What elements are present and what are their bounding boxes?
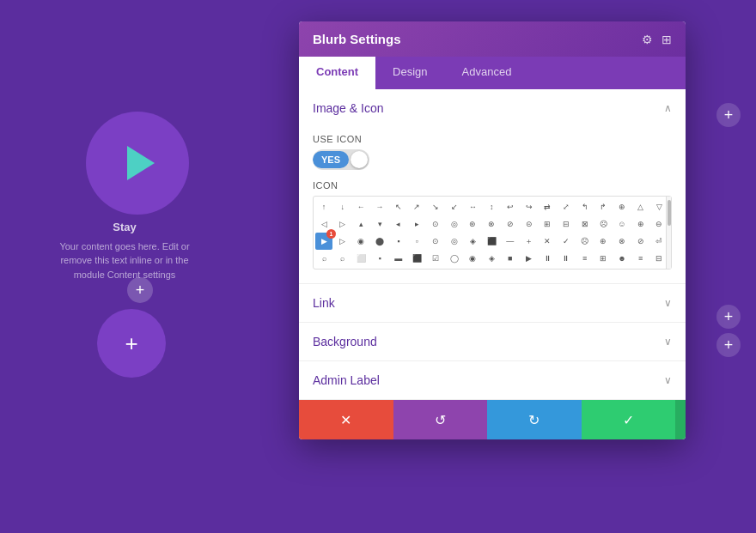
cancel-button[interactable]: ✕ [299, 400, 393, 439]
icon-cell[interactable]: ✓ [558, 233, 575, 250]
icon-cell[interactable]: ≡ [576, 250, 594, 267]
icon-field-label: Icon [313, 180, 672, 191]
icon-cell[interactable]: ▪ [390, 233, 407, 250]
icon-cell[interactable]: ◈ [464, 233, 481, 250]
right-add-button-1[interactable]: + [716, 103, 741, 127]
icon-cell[interactable]: → [371, 198, 388, 215]
section-background-title: Background [313, 335, 377, 348]
icon-cell[interactable]: ⇄ [539, 198, 556, 215]
icon-cell[interactable]: ↩ [502, 198, 519, 215]
tab-content[interactable]: Content [299, 57, 375, 89]
icon-cell[interactable]: ☺ [613, 215, 631, 233]
icon-cell[interactable]: ☹ [594, 215, 612, 233]
section-image-icon-header[interactable]: Image & Icon ∧ [299, 89, 686, 127]
icon-scrollbar-thumb [668, 200, 671, 226]
tab-design[interactable]: Design [375, 57, 444, 89]
icon-cell[interactable]: ⊠ [576, 215, 594, 233]
save-button[interactable]: ✓ [582, 400, 676, 439]
icon-cell[interactable]: ▶ [521, 250, 538, 267]
icon-cell[interactable]: ↙ [446, 198, 463, 215]
icon-cell[interactable]: ▷ [334, 233, 351, 250]
use-icon-toggle[interactable]: YES [313, 149, 369, 170]
icon-cell[interactable]: ✕ [539, 233, 556, 250]
icon-cell[interactable]: ↘ [427, 198, 444, 215]
icon-cell[interactable]: ≡ [632, 250, 649, 267]
modal-title: Blurb Settings [313, 32, 401, 46]
right-add-button-3[interactable]: + [716, 333, 741, 357]
section-link-header[interactable]: Link ∨ [299, 284, 686, 322]
section-admin-label: Admin Label ∨ [299, 361, 686, 400]
blurb-title: Stay [47, 219, 202, 236]
icon-cell[interactable]: ⤢ [558, 198, 575, 215]
undo-button[interactable]: ↺ [393, 400, 488, 439]
tab-advanced[interactable]: Advanced [445, 57, 529, 89]
icon-cell[interactable]: ⊛ [464, 215, 481, 233]
icon-cell[interactable]: ⊗ [483, 215, 500, 233]
icon-cell[interactable]: ⊕ [613, 198, 631, 215]
icon-cell[interactable]: ⊙ [427, 233, 444, 250]
icon-cell[interactable]: ⊞ [539, 215, 556, 233]
icon-cell[interactable]: ▪ [371, 250, 388, 267]
icon-cell[interactable]: ◉ [352, 233, 369, 250]
section-background-header[interactable]: Background ∨ [299, 323, 686, 360]
icon-cell[interactable]: ⬜ [352, 250, 369, 267]
icon-cell[interactable]: ◈ [483, 250, 500, 267]
icon-cell[interactable]: — [502, 233, 519, 250]
icon-cell[interactable]: ⏸ [558, 250, 575, 267]
icon-cell[interactable]: ↗ [408, 198, 425, 215]
icon-cell[interactable]: ⊕ [632, 215, 649, 233]
section-admin-label-header[interactable]: Admin Label ∨ [299, 361, 686, 399]
icon-cell[interactable]: ☻ [613, 250, 631, 267]
redo-button[interactable]: ↻ [487, 400, 582, 439]
icon-cell[interactable]: ⊟ [558, 215, 575, 233]
icon-cell[interactable]: ☹ [576, 233, 594, 250]
icon-cell[interactable]: ⊘ [502, 215, 519, 233]
icon-cell[interactable]: ◯ [446, 250, 463, 267]
icon-cell[interactable]: ⊕ [594, 233, 612, 250]
icon-cell[interactable]: ⬛ [483, 233, 500, 250]
layout-icon[interactable]: ⊞ [662, 33, 672, 46]
icon-cell[interactable]: △ [632, 198, 649, 215]
icon-cell[interactable]: ← [352, 198, 369, 215]
icon-cell[interactable]: ▫ [408, 233, 425, 250]
icon-cell[interactable]: ⌕ [334, 250, 351, 267]
icon-cell[interactable]: ☑ [427, 250, 444, 267]
icon-cell[interactable]: ◉ [464, 250, 481, 267]
icon-cell[interactable]: ↕ [483, 198, 500, 215]
icon-cell[interactable]: ⊘ [632, 233, 649, 250]
icon-cell[interactable]: ↪ [521, 198, 538, 215]
icon-cell[interactable]: ⏸ [539, 250, 556, 267]
icon-cell[interactable]: ⊝ [521, 215, 538, 233]
settings-icon[interactable]: ⚙ [642, 33, 653, 46]
icon-cell[interactable]: ⊞ [594, 250, 612, 267]
icon-cell[interactable]: ↱ [594, 198, 612, 215]
icon-cell[interactable]: ⌕ [315, 250, 332, 267]
add-button-circle[interactable]: + [97, 309, 166, 378]
right-add-button-2[interactable]: + [716, 305, 741, 329]
icon-cell[interactable]: ↑ [315, 198, 332, 215]
icon-cell[interactable]: ⬛ [408, 250, 425, 267]
icon-cell[interactable]: ▴ [352, 215, 369, 233]
icon-cell[interactable]: ⊙ [427, 215, 444, 233]
modal-body: Image & Icon ∧ Use Icon YES Icon ↑ ↓ [299, 89, 686, 400]
icon-cell[interactable]: ↰ [576, 198, 594, 215]
icon-cell[interactable]: ■ [502, 250, 519, 267]
icon-cell[interactable]: ▬ [390, 250, 407, 267]
modal-header-icons: ⚙ ⊞ [642, 33, 672, 46]
icon-cell[interactable]: ◎ [446, 233, 463, 250]
icon-grid-scrollbar[interactable] [666, 197, 671, 269]
icon-cell[interactable]: ▷ [334, 215, 351, 233]
icon-cell[interactable]: ⊗ [613, 233, 631, 250]
icon-cell[interactable]: ◂ [390, 215, 407, 233]
icon-cell[interactable]: ▾ [371, 215, 388, 233]
icon-cell[interactable]: ▸ [408, 215, 425, 233]
icon-cell[interactable]: ↖ [390, 198, 407, 215]
icon-cell[interactable]: ↓ [334, 198, 351, 215]
icon-cell[interactable]: ↔ [464, 198, 481, 215]
icon-cell[interactable]: ⬤ [371, 233, 388, 250]
icon-cell[interactable]: ▶1 [315, 233, 332, 250]
add-button-1[interactable]: + [127, 277, 153, 303]
icon-cell[interactable]: ＋ [521, 233, 538, 250]
modal-tabs: Content Design Advanced [299, 57, 686, 89]
icon-cell[interactable]: ◎ [446, 215, 463, 233]
